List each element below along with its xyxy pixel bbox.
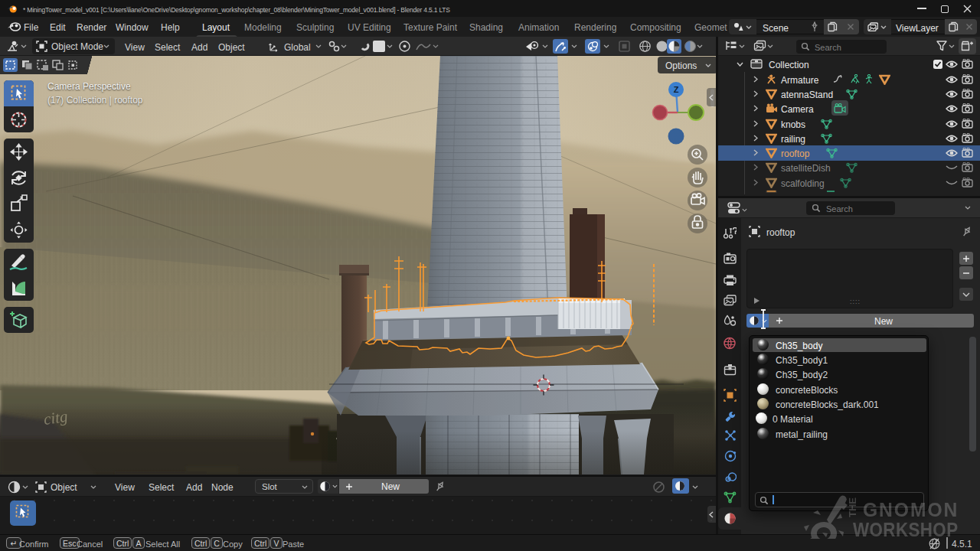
svg-text:Z: Z [674,85,679,94]
svg-text:THE: THE [847,497,858,517]
svg-text:WORKSHOP: WORKSHOP [853,518,959,539]
svg-text:GNOMON: GNOMON [863,498,959,520]
svg-text:citg: citg [42,407,69,429]
